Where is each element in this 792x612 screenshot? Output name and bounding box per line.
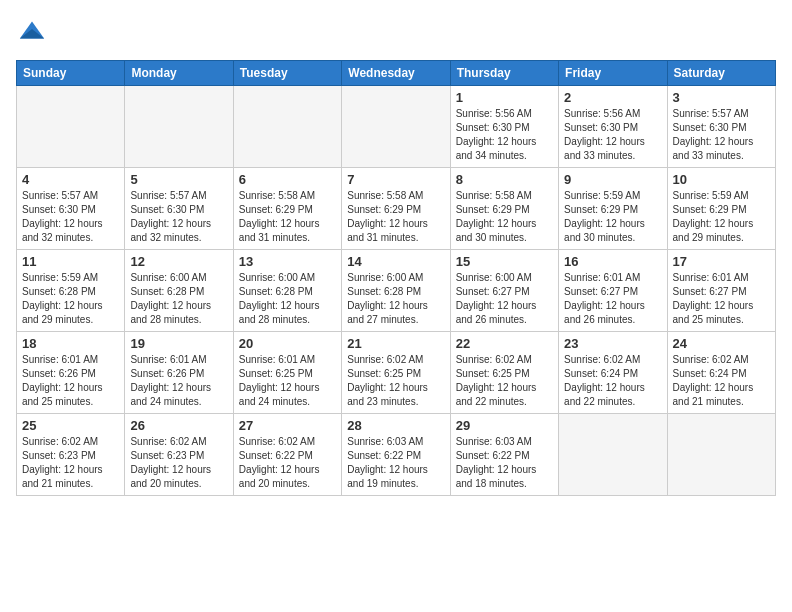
calendar-cell [559,414,667,496]
day-info: Sunrise: 5:59 AM Sunset: 6:29 PM Dayligh… [564,189,661,245]
day-number: 26 [130,418,227,433]
day-info: Sunrise: 5:57 AM Sunset: 6:30 PM Dayligh… [22,189,119,245]
day-info: Sunrise: 6:02 AM Sunset: 6:24 PM Dayligh… [564,353,661,409]
calendar-cell: 17Sunrise: 6:01 AM Sunset: 6:27 PM Dayli… [667,250,775,332]
calendar-cell: 28Sunrise: 6:03 AM Sunset: 6:22 PM Dayli… [342,414,450,496]
day-number: 5 [130,172,227,187]
day-info: Sunrise: 6:02 AM Sunset: 6:25 PM Dayligh… [347,353,444,409]
calendar-cell: 19Sunrise: 6:01 AM Sunset: 6:26 PM Dayli… [125,332,233,414]
day-info: Sunrise: 5:59 AM Sunset: 6:29 PM Dayligh… [673,189,770,245]
day-info: Sunrise: 6:01 AM Sunset: 6:26 PM Dayligh… [22,353,119,409]
calendar-week-4: 18Sunrise: 6:01 AM Sunset: 6:26 PM Dayli… [17,332,776,414]
day-number: 25 [22,418,119,433]
day-info: Sunrise: 6:01 AM Sunset: 6:27 PM Dayligh… [673,271,770,327]
calendar-cell: 20Sunrise: 6:01 AM Sunset: 6:25 PM Dayli… [233,332,341,414]
day-number: 2 [564,90,661,105]
day-info: Sunrise: 6:02 AM Sunset: 6:23 PM Dayligh… [22,435,119,491]
day-info: Sunrise: 5:57 AM Sunset: 6:30 PM Dayligh… [673,107,770,163]
calendar-cell: 11Sunrise: 5:59 AM Sunset: 6:28 PM Dayli… [17,250,125,332]
calendar-cell: 9Sunrise: 5:59 AM Sunset: 6:29 PM Daylig… [559,168,667,250]
calendar-week-5: 25Sunrise: 6:02 AM Sunset: 6:23 PM Dayli… [17,414,776,496]
calendar-week-3: 11Sunrise: 5:59 AM Sunset: 6:28 PM Dayli… [17,250,776,332]
day-number: 12 [130,254,227,269]
day-number: 10 [673,172,770,187]
weekday-header-friday: Friday [559,61,667,86]
calendar-cell: 7Sunrise: 5:58 AM Sunset: 6:29 PM Daylig… [342,168,450,250]
day-number: 15 [456,254,553,269]
calendar-cell: 18Sunrise: 6:01 AM Sunset: 6:26 PM Dayli… [17,332,125,414]
day-info: Sunrise: 5:57 AM Sunset: 6:30 PM Dayligh… [130,189,227,245]
calendar-cell: 2Sunrise: 5:56 AM Sunset: 6:30 PM Daylig… [559,86,667,168]
day-number: 8 [456,172,553,187]
calendar-cell: 5Sunrise: 5:57 AM Sunset: 6:30 PM Daylig… [125,168,233,250]
day-number: 21 [347,336,444,351]
day-info: Sunrise: 5:58 AM Sunset: 6:29 PM Dayligh… [239,189,336,245]
calendar-cell: 3Sunrise: 5:57 AM Sunset: 6:30 PM Daylig… [667,86,775,168]
day-number: 9 [564,172,661,187]
logo-icon [18,16,46,44]
day-info: Sunrise: 6:00 AM Sunset: 6:28 PM Dayligh… [130,271,227,327]
calendar-week-2: 4Sunrise: 5:57 AM Sunset: 6:30 PM Daylig… [17,168,776,250]
calendar-cell [667,414,775,496]
calendar-cell: 4Sunrise: 5:57 AM Sunset: 6:30 PM Daylig… [17,168,125,250]
day-info: Sunrise: 5:56 AM Sunset: 6:30 PM Dayligh… [564,107,661,163]
calendar-body: 1Sunrise: 5:56 AM Sunset: 6:30 PM Daylig… [17,86,776,496]
calendar-table: SundayMondayTuesdayWednesdayThursdayFrid… [16,60,776,496]
day-number: 28 [347,418,444,433]
day-info: Sunrise: 6:03 AM Sunset: 6:22 PM Dayligh… [456,435,553,491]
day-number: 23 [564,336,661,351]
calendar-cell: 10Sunrise: 5:59 AM Sunset: 6:29 PM Dayli… [667,168,775,250]
day-info: Sunrise: 5:59 AM Sunset: 6:28 PM Dayligh… [22,271,119,327]
day-info: Sunrise: 6:00 AM Sunset: 6:28 PM Dayligh… [347,271,444,327]
calendar-cell: 1Sunrise: 5:56 AM Sunset: 6:30 PM Daylig… [450,86,558,168]
calendar-cell [233,86,341,168]
day-number: 24 [673,336,770,351]
day-number: 13 [239,254,336,269]
day-info: Sunrise: 5:58 AM Sunset: 6:29 PM Dayligh… [347,189,444,245]
day-info: Sunrise: 5:56 AM Sunset: 6:30 PM Dayligh… [456,107,553,163]
calendar-cell [342,86,450,168]
day-number: 20 [239,336,336,351]
calendar-cell: 27Sunrise: 6:02 AM Sunset: 6:22 PM Dayli… [233,414,341,496]
day-info: Sunrise: 6:00 AM Sunset: 6:28 PM Dayligh… [239,271,336,327]
weekday-header-sunday: Sunday [17,61,125,86]
weekday-header-monday: Monday [125,61,233,86]
day-info: Sunrise: 6:01 AM Sunset: 6:27 PM Dayligh… [564,271,661,327]
day-info: Sunrise: 6:02 AM Sunset: 6:23 PM Dayligh… [130,435,227,491]
day-info: Sunrise: 6:01 AM Sunset: 6:25 PM Dayligh… [239,353,336,409]
day-number: 27 [239,418,336,433]
day-number: 6 [239,172,336,187]
weekday-header-wednesday: Wednesday [342,61,450,86]
calendar-cell: 21Sunrise: 6:02 AM Sunset: 6:25 PM Dayli… [342,332,450,414]
day-info: Sunrise: 6:02 AM Sunset: 6:22 PM Dayligh… [239,435,336,491]
day-info: Sunrise: 6:00 AM Sunset: 6:27 PM Dayligh… [456,271,553,327]
day-number: 1 [456,90,553,105]
day-number: 3 [673,90,770,105]
calendar-cell: 15Sunrise: 6:00 AM Sunset: 6:27 PM Dayli… [450,250,558,332]
calendar-cell [125,86,233,168]
logo [16,16,46,48]
day-number: 4 [22,172,119,187]
day-number: 16 [564,254,661,269]
calendar-cell: 14Sunrise: 6:00 AM Sunset: 6:28 PM Dayli… [342,250,450,332]
day-info: Sunrise: 6:03 AM Sunset: 6:22 PM Dayligh… [347,435,444,491]
day-info: Sunrise: 5:58 AM Sunset: 6:29 PM Dayligh… [456,189,553,245]
weekday-header-saturday: Saturday [667,61,775,86]
calendar-cell: 16Sunrise: 6:01 AM Sunset: 6:27 PM Dayli… [559,250,667,332]
day-number: 18 [22,336,119,351]
calendar-cell: 12Sunrise: 6:00 AM Sunset: 6:28 PM Dayli… [125,250,233,332]
calendar-cell: 25Sunrise: 6:02 AM Sunset: 6:23 PM Dayli… [17,414,125,496]
calendar-cell: 6Sunrise: 5:58 AM Sunset: 6:29 PM Daylig… [233,168,341,250]
weekday-header-thursday: Thursday [450,61,558,86]
calendar-cell: 29Sunrise: 6:03 AM Sunset: 6:22 PM Dayli… [450,414,558,496]
calendar-cell: 26Sunrise: 6:02 AM Sunset: 6:23 PM Dayli… [125,414,233,496]
day-info: Sunrise: 6:01 AM Sunset: 6:26 PM Dayligh… [130,353,227,409]
day-number: 7 [347,172,444,187]
day-number: 11 [22,254,119,269]
calendar-cell: 13Sunrise: 6:00 AM Sunset: 6:28 PM Dayli… [233,250,341,332]
day-number: 29 [456,418,553,433]
weekday-header-row: SundayMondayTuesdayWednesdayThursdayFrid… [17,61,776,86]
calendar-cell: 8Sunrise: 5:58 AM Sunset: 6:29 PM Daylig… [450,168,558,250]
calendar-cell: 24Sunrise: 6:02 AM Sunset: 6:24 PM Dayli… [667,332,775,414]
day-number: 22 [456,336,553,351]
